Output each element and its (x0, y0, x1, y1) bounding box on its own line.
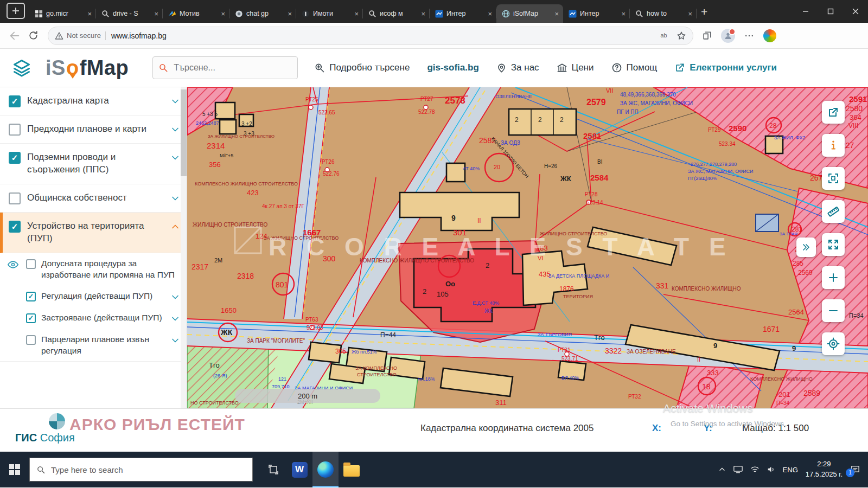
browser-tab[interactable]: Мотив× (163, 4, 229, 23)
copilot-icon[interactable] (763, 29, 776, 42)
more-menu-icon[interactable] (744, 30, 755, 41)
tool-zoom-out-button[interactable] (822, 299, 845, 322)
browser-tab[interactable]: Интер× (430, 4, 496, 23)
map-label: пл.18% (418, 376, 435, 382)
tab-close-icon[interactable]: × (553, 10, 560, 18)
sidebar-scrollbar[interactable] (181, 87, 187, 408)
tab-title: iSofMap (513, 10, 550, 17)
tab-close-icon[interactable]: × (620, 10, 627, 18)
sidebar-layer[interactable]: ✓Устройство на територията (ПУП) (0, 213, 187, 253)
task-view-button[interactable] (260, 452, 286, 487)
visibility-eye-icon[interactable] (8, 259, 21, 270)
start-button[interactable] (0, 452, 29, 487)
translate-icon[interactable]: ab (659, 30, 670, 41)
favorite-star-icon[interactable] (676, 31, 686, 41)
sidebar-layer[interactable]: Общинска собственост (0, 184, 187, 213)
nav-item[interactable]: За нас (496, 62, 539, 73)
taskbar-edge-button[interactable] (312, 452, 339, 487)
map-label: ЗА ЖС, МАГАЗИНИ, ОФИСИ (688, 169, 753, 174)
browser-tab[interactable]: исоф м× (363, 4, 430, 23)
map-label: КОМПЛЕКСНО ЖИЛИЩНО СТРОИТЕЛСТВО (195, 181, 298, 187)
browser-tab[interactable]: drive - S× (96, 4, 163, 23)
taskbar-clock[interactable]: 2:29 17.5.2025 г. (806, 459, 843, 480)
url-text: www.isofmap.bg (111, 31, 653, 40)
tool-select-area-button[interactable] (822, 167, 845, 190)
sidebar-sub-layer[interactable]: Парцеларни планове извън регулация (0, 329, 187, 362)
gis-sofia-logo[interactable]: ГИС София (15, 432, 75, 444)
layer-checkbox[interactable]: ✓ (9, 95, 21, 107)
tab-close-icon[interactable]: × (86, 10, 93, 18)
sidebar-sub-layer[interactable]: Допусната процедура за изработване или п… (0, 253, 187, 286)
browser-tab[interactable]: Имоти× (296, 4, 363, 23)
language-indicator[interactable]: ENG (783, 466, 798, 474)
browser-tab[interactable]: iSofMap× (496, 4, 563, 23)
sub-layer-checkbox[interactable] (26, 335, 36, 345)
tool-info-button[interactable] (822, 134, 845, 157)
collections-icon[interactable] (702, 30, 712, 41)
display-icon[interactable] (733, 466, 743, 473)
tab-workspaces-icon[interactable] (7, 3, 25, 19)
sub-layer-checkbox[interactable] (26, 259, 36, 269)
browser-tab[interactable]: go.micr× (29, 4, 96, 23)
close-window-button[interactable] (843, 0, 868, 23)
nav-item[interactable]: Електронни услуги (674, 62, 777, 73)
tab-close-icon[interactable]: × (420, 10, 426, 18)
tab-close-icon[interactable]: × (353, 10, 360, 18)
browser-tab[interactable]: Интер× (563, 4, 630, 23)
sidebar-layer[interactable]: ✓Подземни проводи и съоръжения (ППС) (0, 144, 187, 184)
layer-checkbox[interactable] (9, 124, 21, 136)
tool-zoom-extent-button[interactable] (822, 233, 845, 256)
layer-label: Подземни проводи и съоръжения (ППС) (27, 151, 162, 176)
tool-open-external-button[interactable] (822, 101, 845, 124)
tab-close-icon[interactable]: × (286, 10, 293, 18)
tool-measure-button[interactable] (822, 200, 845, 223)
site-logo[interactable]: iSofMap (46, 56, 129, 80)
notification-center-button[interactable]: 1 (850, 465, 860, 475)
volume-icon[interactable] (767, 466, 775, 473)
sidebar-sub-layer[interactable]: ✓Регулация (действащи ПУП) (0, 286, 187, 307)
refresh-icon[interactable] (24, 27, 42, 45)
maximize-button[interactable] (818, 0, 843, 23)
tool-zoom-in-button[interactable] (822, 266, 845, 289)
map-search-box[interactable] (152, 56, 298, 79)
sub-layer-checkbox[interactable]: ✓ (26, 313, 36, 323)
tool-locate-button[interactable] (822, 332, 845, 355)
tab-close-icon[interactable]: × (687, 10, 693, 18)
collapse-panel-button[interactable] (796, 237, 816, 257)
nav-item[interactable]: Подробно търсене (314, 62, 410, 73)
search-input[interactable] (173, 62, 292, 73)
tab-close-icon[interactable]: × (153, 10, 159, 18)
taskbar-search-box[interactable]: Type here to search (29, 458, 253, 481)
map-canvas[interactable]: РТ25522.65РТ27522.782578ОЗЕЛЕНЯВАНЕ25794… (187, 87, 868, 408)
browser-tab-strip: go.micr×drive - S×Мотив×chat gp×Имоти×ис… (0, 0, 868, 23)
wifi-icon[interactable] (750, 466, 760, 473)
sidebar-layer[interactable]: Предходни планове и карти (0, 115, 187, 144)
map-label: 2М (214, 257, 222, 264)
browser-tab[interactable]: chat gp× (229, 4, 296, 23)
scrollbar-thumb[interactable] (181, 89, 187, 176)
sidebar-sub-layer[interactable]: ✓Застрояване (действащи ПУП) (0, 307, 187, 329)
back-icon[interactable] (5, 27, 24, 45)
cadastral-map: РТ25522.65РТ27522.782578ОЗЕЛЕНЯВАНЕ25794… (187, 87, 868, 408)
nav-item[interactable]: Цени (557, 62, 594, 73)
nav-item[interactable]: gis-sofia.bg (427, 62, 478, 73)
search-icon (158, 63, 168, 73)
sub-layer-checkbox[interactable]: ✓ (26, 292, 36, 301)
nav-item[interactable]: Помощ (611, 62, 658, 73)
tray-chevron-up-icon[interactable] (718, 466, 726, 473)
map-label: Жб пл.51% (352, 349, 377, 355)
new-tab-button[interactable]: + (701, 5, 707, 18)
tab-close-icon[interactable]: × (487, 10, 493, 18)
taskbar-explorer-button[interactable] (339, 452, 365, 487)
url-field[interactable]: Not secure www.isofmap.bg ab (48, 27, 693, 45)
layer-checkbox[interactable]: ✓ (9, 152, 21, 164)
layers-panel-icon[interactable] (12, 58, 31, 78)
sidebar-layer[interactable]: ✓Кадастрална карта (0, 87, 187, 115)
browser-tab[interactable]: how to× (630, 4, 697, 23)
layer-checkbox[interactable]: ✓ (9, 221, 21, 233)
profile-avatar[interactable] (721, 29, 735, 43)
layer-checkbox[interactable] (9, 192, 21, 204)
tab-close-icon[interactable]: × (220, 10, 226, 18)
taskbar-word-button[interactable]: W (286, 452, 312, 487)
minimize-button[interactable] (793, 0, 818, 23)
